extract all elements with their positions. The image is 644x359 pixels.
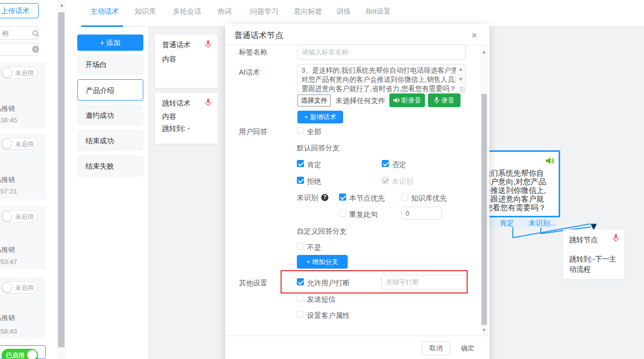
listen-label: 听录音 bbox=[402, 96, 421, 105]
checkbox-kb-first-label[interactable]: 知识库优先 bbox=[411, 194, 447, 203]
flow-item-end-fail[interactable]: 结束失败 bbox=[77, 155, 143, 177]
tab-bot-settings[interactable]: Bot设置 bbox=[366, 7, 391, 16]
confirm-button[interactable]: 确定 bbox=[454, 341, 481, 355]
node-jump-target[interactable]: 跳转节点 跳转到:-下一主 动流程 bbox=[563, 230, 624, 279]
listen-recording-button[interactable]: 听录音 bbox=[389, 93, 425, 107]
add-flow-button[interactable]: + 添加 bbox=[77, 35, 143, 51]
toggle-knob bbox=[2, 282, 12, 292]
tab-hot-words[interactable]: 热词 bbox=[218, 7, 232, 16]
checkbox-repeat[interactable] bbox=[339, 210, 346, 217]
script-name: 品推销 bbox=[0, 313, 15, 322]
search-input[interactable]: 称 bbox=[0, 26, 38, 40]
checkbox-unrecognized-label: 未识别 bbox=[392, 177, 413, 186]
flow-item-opening[interactable]: 开场白 bbox=[77, 54, 143, 75]
script-time: 3:58:43 bbox=[0, 328, 17, 335]
mic-icon[interactable] bbox=[612, 234, 619, 242]
script-time: 7:53:47 bbox=[0, 258, 17, 266]
choose-file-button[interactable]: 选择文件 bbox=[297, 94, 331, 107]
active-tab-underline bbox=[81, 25, 123, 27]
enable-toggle[interactable]: 未启用 bbox=[1, 138, 38, 150]
scroll-up-icon[interactable]: ▲ bbox=[458, 67, 463, 72]
resize-grip-icon[interactable] bbox=[460, 87, 465, 91]
clear-icon[interactable]: × bbox=[32, 46, 39, 53]
add-branch-button[interactable]: + 增加分支 bbox=[297, 255, 348, 269]
toggle-knob bbox=[2, 139, 12, 149]
record-label: 录音 bbox=[441, 96, 454, 105]
checkbox-positive[interactable] bbox=[297, 160, 304, 167]
checkbox-not-label[interactable]: 不是 bbox=[307, 243, 321, 252]
enable-toggle[interactable]: 未启用 bbox=[1, 210, 38, 222]
flow-item-product-intro[interactable]: 产品介绍 bbox=[77, 79, 143, 101]
checkbox-negative-label[interactable]: 否定 bbox=[392, 160, 406, 170]
left-scrollbar-thumb[interactable] bbox=[58, 12, 65, 347]
label-name-label: 标签名称 bbox=[239, 48, 267, 57]
flow-item-end-success[interactable]: 结束成功 bbox=[77, 130, 143, 151]
script-card[interactable]: 未启用 品推销 7:53:47 bbox=[0, 206, 46, 269]
checkbox-node-first[interactable] bbox=[339, 193, 346, 201]
search-icon[interactable] bbox=[32, 29, 39, 37]
tab-intent-tags[interactable]: 意向标签 bbox=[294, 7, 322, 16]
enable-toggle[interactable]: 未启用 bbox=[1, 67, 38, 79]
record-button[interactable]: 录音 bbox=[428, 93, 461, 107]
scroll-down-icon[interactable]: ▼ bbox=[458, 77, 463, 82]
checkbox-customer-attr[interactable] bbox=[297, 311, 304, 318]
plus-icon: + bbox=[304, 113, 308, 121]
repeat-count-input[interactable] bbox=[401, 207, 442, 220]
plus-icon: + bbox=[100, 39, 104, 47]
checkbox-node-first-label[interactable]: 本节点优先 bbox=[349, 194, 385, 203]
dialog-scrollbar-thumb[interactable] bbox=[481, 94, 487, 325]
ai-script-textarea[interactable]: 3、是这样的,我们系统先帮你自动打电话筛选客户意向, 对您产品有意向的客户会推送… bbox=[297, 64, 466, 92]
checkbox-all[interactable] bbox=[297, 127, 304, 134]
ai-script-label: AI话术 bbox=[239, 68, 260, 77]
add-branch-label: 增加分支 bbox=[312, 258, 339, 266]
scroll-up-icon[interactable]: ▲ bbox=[482, 49, 486, 54]
tab-multi-turn[interactable]: 多轮会话 bbox=[173, 7, 201, 16]
checkbox-customer-attr-label[interactable]: 设置客户属性 bbox=[307, 311, 350, 320]
scroll-up-icon[interactable]: ▲ bbox=[59, 3, 64, 8]
cancel-button[interactable]: 取消 bbox=[422, 341, 450, 355]
custom-branch-title: 自定义回答分支 bbox=[297, 227, 347, 236]
script-card-enabled[interactable]: 已启用 bbox=[0, 345, 46, 359]
checkbox-allow-interrupt-label[interactable]: 允许用户打断 bbox=[307, 279, 350, 288]
script-card[interactable]: 未启用 品推销 9:38:45 bbox=[0, 62, 46, 128]
enable-toggle[interactable]: 未启用 bbox=[1, 281, 38, 293]
scroll-down-icon[interactable]: ▼ bbox=[482, 328, 486, 333]
checkbox-send-sms-label[interactable]: 发送短信 bbox=[307, 295, 335, 304]
script-name: 品推销 bbox=[0, 104, 15, 113]
label-name-input[interactable] bbox=[297, 44, 466, 59]
toggle-label: 未启用 bbox=[15, 284, 34, 292]
checkbox-all-label[interactable]: 全部 bbox=[307, 127, 321, 137]
default-branch-title: 默认回答分支 bbox=[297, 144, 340, 153]
close-icon[interactable]: ✕ bbox=[471, 31, 478, 40]
checkbox-repeat-label[interactable]: 重复此句 bbox=[349, 210, 378, 219]
keyword-interrupt-input[interactable] bbox=[381, 275, 466, 289]
checkbox-refuse[interactable] bbox=[297, 177, 304, 184]
add-script-button[interactable]: + 新增话术 bbox=[297, 111, 343, 123]
upload-script-button[interactable]: 上传话术 bbox=[0, 3, 39, 18]
tab-knowledge-base[interactable]: 知识库 bbox=[135, 7, 156, 16]
script-card[interactable]: 未启用 品推销 3:58:43 bbox=[0, 277, 46, 339]
add-flow-label: 添加 bbox=[106, 39, 120, 47]
checkbox-kb-first[interactable] bbox=[401, 193, 408, 201]
tab-question-learning[interactable]: 问题学习 bbox=[250, 7, 279, 16]
checkbox-send-sms[interactable] bbox=[297, 295, 304, 302]
tab-main-script[interactable]: 主动话术 bbox=[90, 7, 119, 16]
other-settings-label: 其他设置 bbox=[239, 279, 267, 288]
dialog-title: 普通话术节点 bbox=[234, 30, 283, 41]
filter-input[interactable]: × bbox=[0, 43, 38, 56]
user-answer-label: 用户回答 bbox=[239, 127, 267, 137]
script-card[interactable]: 未启用 品推销 7:57:21 bbox=[0, 133, 46, 200]
flow-item-invite-success[interactable]: 邀约成功 bbox=[77, 105, 143, 126]
enable-toggle-on[interactable]: 已启用 bbox=[2, 349, 38, 359]
normal-script-node-dialog: 普通话术节点 ✕ 标签名称 AI话术 3、是这样的,我们系统先帮你自动打电话筛选… bbox=[225, 24, 489, 359]
script-time: 7:57:21 bbox=[0, 187, 17, 195]
checkbox-not[interactable] bbox=[297, 243, 304, 250]
checkbox-allow-interrupt[interactable] bbox=[297, 278, 304, 285]
help-icon[interactable]: ? bbox=[321, 194, 328, 201]
checkbox-negative[interactable] bbox=[382, 160, 389, 167]
checkbox-refuse-label[interactable]: 拒绝 bbox=[307, 177, 321, 186]
tab-training[interactable]: 训练 bbox=[336, 7, 351, 16]
search-input-text: 称 bbox=[2, 29, 9, 38]
textarea-scrollbar[interactable]: ▲ ▼ bbox=[457, 66, 464, 88]
checkbox-positive-label[interactable]: 肯定 bbox=[307, 160, 321, 170]
